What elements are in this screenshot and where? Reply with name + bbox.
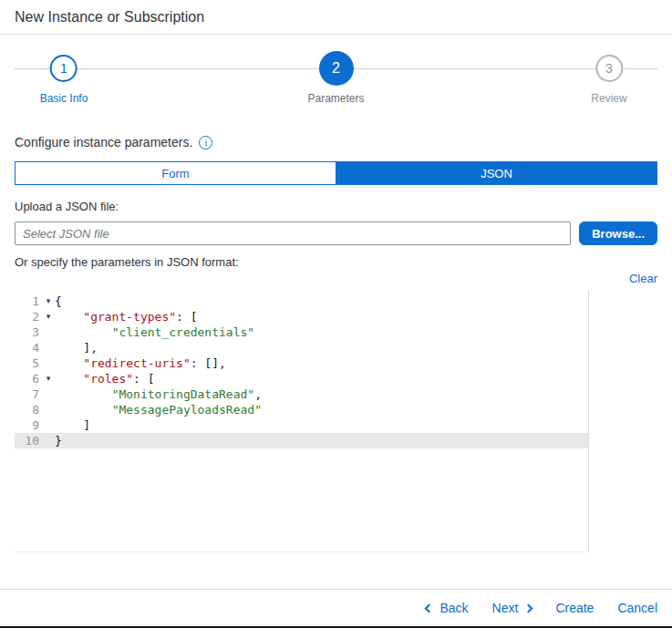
step-1-label[interactable]: Basic Info (40, 92, 88, 105)
info-icon[interactable]: i (199, 136, 212, 149)
line-number: 8 (15, 402, 42, 417)
chevron-right-icon (524, 603, 533, 613)
chevron-down-fold-icon[interactable]: ▾ (42, 293, 55, 309)
wizard-step-basic-info[interactable]: 1 Basic Info (40, 51, 88, 105)
code-text: ] (55, 417, 90, 433)
line-number: 7 (15, 386, 42, 402)
code-text: "roles": [ (55, 371, 155, 386)
step-2-label: Parameters (307, 92, 364, 105)
step-1-circle-box: 1 (50, 51, 78, 86)
clear-link[interactable]: Clear (629, 272, 657, 285)
back-button-label: Back (439, 601, 468, 615)
editor-line-6[interactable]: 6▾ "roles": [ (15, 371, 588, 386)
upload-json-label: Upload a JSON file: (15, 200, 657, 213)
dialog-header: New Instance or Subscription (0, 0, 672, 35)
line-number: 1 (15, 293, 42, 309)
chevron-down-fold-icon[interactable]: ▾ (42, 309, 55, 324)
line-number: 10 (15, 433, 42, 448)
clear-row: Clear (15, 272, 657, 285)
wizard-step-review[interactable]: 3 Review (591, 51, 626, 105)
editor-line-4[interactable]: 4 ], (15, 340, 588, 355)
tab-json[interactable]: JSON (336, 162, 656, 184)
code-text: "MonitoringDataRead", (55, 386, 262, 402)
wizard-step-parameters[interactable]: 2 Parameters (307, 51, 364, 105)
editor-line-3[interactable]: 3 "client_credentials" (15, 324, 588, 340)
step-3-label: Review (591, 92, 626, 105)
code-text: } (55, 433, 62, 448)
line-number: 6 (15, 371, 42, 386)
back-button[interactable]: Back (426, 601, 468, 615)
json-section-label: Or specify the parameters in JSON format… (15, 255, 657, 269)
editor-line-10[interactable]: 10} (15, 433, 588, 448)
editor-line-7[interactable]: 7 "MonitoringDataRead", (15, 386, 588, 402)
json-editor-lines: 1▾{2▾ "grant-types": [3 "client_credenti… (15, 293, 588, 448)
parameters-step-content: Configure instance parameters. i Form JS… (0, 120, 672, 552)
step-1-circle[interactable]: 1 (50, 55, 78, 82)
editor-line-9[interactable]: 9 ] (15, 417, 588, 433)
code-text: "MessagePayloadsRead" (55, 402, 262, 417)
editor-line-8[interactable]: 8 "MessagePayloadsRead" (15, 402, 588, 417)
code-text: ], (55, 340, 98, 355)
json-code-editor[interactable]: 1▾{2▾ "grant-types": [3 "client_credenti… (15, 290, 589, 552)
dialog-title: New Instance or Subscription (15, 9, 657, 26)
line-number: 3 (15, 324, 42, 340)
fold-gutter-empty (42, 386, 55, 402)
fold-gutter-empty (42, 402, 55, 417)
cancel-button[interactable]: Cancel (617, 601, 657, 615)
code-text: "grant-types": [ (55, 309, 198, 324)
fold-gutter-empty (42, 355, 55, 371)
code-text: "client_credentials" (55, 324, 254, 340)
editor-line-2[interactable]: 2▾ "grant-types": [ (15, 309, 588, 324)
fold-gutter-empty (42, 417, 55, 433)
line-number: 2 (15, 309, 42, 324)
step-3-circle[interactable]: 3 (595, 55, 623, 82)
code-text: "redirect-uris": [], (55, 355, 226, 371)
new-instance-dialog: New Instance or Subscription 1 Basic Inf… (0, 0, 672, 628)
step-2-circle[interactable]: 2 (319, 51, 354, 86)
tab-form[interactable]: Form (16, 162, 336, 184)
line-number: 9 (15, 417, 42, 433)
upload-row: Browse... (15, 221, 657, 245)
dialog-footer: Back Next Create Cancel (0, 589, 672, 626)
editor-line-1[interactable]: 1▾{ (15, 293, 588, 309)
fold-gutter-empty (42, 340, 55, 355)
instruction-row: Configure instance parameters. i (15, 135, 657, 149)
chevron-down-fold-icon[interactable]: ▾ (42, 371, 55, 386)
code-text: { (55, 293, 62, 309)
spacer (0, 552, 672, 589)
next-button[interactable]: Next (492, 601, 532, 615)
next-button-label: Next (492, 601, 519, 615)
chevron-left-icon (425, 603, 434, 613)
instruction-text: Configure instance parameters. (15, 135, 192, 149)
browse-button[interactable]: Browse... (579, 221, 657, 245)
create-button[interactable]: Create (555, 601, 594, 615)
wizard-progress-navigator: 1 Basic Info 2 Parameters 3 Review (0, 51, 672, 120)
line-number: 5 (15, 355, 42, 371)
fold-gutter-empty (42, 324, 55, 340)
step-2-circle-box: 2 (319, 51, 354, 86)
line-number: 4 (15, 340, 42, 355)
fold-gutter-empty (42, 433, 55, 448)
view-segmented-control: Form JSON (15, 161, 657, 185)
json-file-input[interactable] (15, 221, 571, 245)
step-3-circle-box: 3 (595, 51, 623, 86)
editor-line-5[interactable]: 5 "redirect-uris": [], (15, 355, 588, 371)
